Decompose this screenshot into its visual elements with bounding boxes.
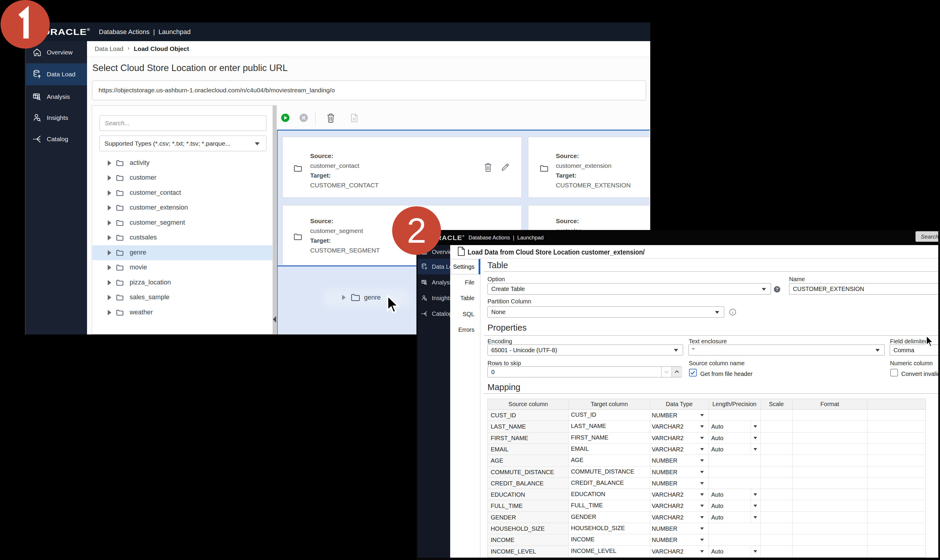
svg-text:?: ? <box>776 287 778 292</box>
